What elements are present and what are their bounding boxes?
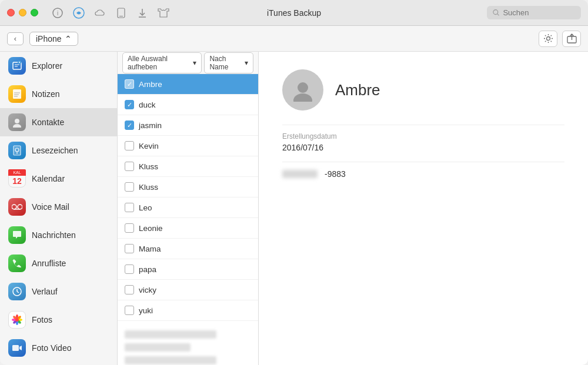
contact-header: Ambre: [282, 69, 564, 110]
svg-point-41: [298, 82, 308, 93]
select-all-chevron: ▾: [193, 59, 196, 67]
notizen-icon: [8, 85, 26, 103]
list-item-checkbox[interactable]: [125, 162, 134, 171]
export-button[interactable]: [562, 31, 581, 47]
list-item-name: vicky: [139, 286, 156, 294]
list-item[interactable]: Leonie: [118, 218, 258, 239]
select-all-button[interactable]: Alle Auswahl aufheben ▾: [122, 52, 202, 73]
list-item[interactable]: vicky: [118, 280, 258, 300]
list-toolbar: Alle Auswahl aufheben ▾ Nach Name ▾: [118, 52, 258, 74]
sidebar-item-verlauf[interactable]: Verlauf: [0, 277, 117, 306]
kalender-icon: KAL12: [8, 170, 26, 187]
close-button[interactable]: [7, 9, 15, 16]
list-item-checkbox[interactable]: [125, 264, 134, 274]
svg-line-29: [17, 292, 19, 293]
voicemail-label: Voice Mail: [32, 202, 69, 212]
voicemail-icon: [8, 198, 26, 216]
search-bar[interactable]: [487, 6, 581, 19]
maximize-button[interactable]: [31, 9, 38, 16]
blurred-contacts: [118, 321, 258, 365]
sidebar-item-fotovideo[interactable]: Foto Video: [0, 334, 117, 362]
search-icon: [493, 9, 499, 16]
list-item-checkbox[interactable]: [125, 120, 134, 130]
svg-point-20: [15, 119, 19, 123]
detail-panel: Ambre Erstellungsdatum 2016/07/16 -9883: [259, 52, 588, 365]
list-item[interactable]: Leo: [118, 197, 258, 218]
fotovideo-icon: [8, 339, 26, 357]
sidebar-item-fotos[interactable]: Fotos: [0, 306, 117, 334]
list-item[interactable]: duck: [118, 95, 258, 115]
list-item-checkbox[interactable]: [125, 285, 134, 294]
search-input[interactable]: [503, 8, 575, 17]
list-item[interactable]: Ambre: [118, 74, 258, 95]
titlebar-icon-phone[interactable]: [115, 6, 128, 19]
anrufliste-icon: [8, 255, 26, 272]
toolbar: ‹ iPhone ⌃: [0, 26, 588, 52]
traffic-lights: [7, 9, 38, 16]
sort-label: Nach Name: [209, 55, 242, 71]
list-item-checkbox[interactable]: [125, 79, 134, 89]
list-item-checkbox[interactable]: [125, 244, 134, 253]
list-item-checkbox[interactable]: [125, 100, 134, 109]
minimize-button[interactable]: [19, 9, 26, 16]
svg-marker-40: [19, 346, 22, 350]
list-item[interactable]: Kevin: [118, 136, 258, 156]
anrufliste-label: Anrufliste: [32, 259, 66, 268]
notizen-label: Notizen: [32, 89, 59, 99]
kontakte-label: Kontakte: [32, 118, 64, 127]
list-item-name: papa: [139, 265, 156, 274]
list-item-checkbox[interactable]: [125, 141, 134, 150]
list-item[interactable]: Kluss: [118, 156, 258, 177]
sidebar-item-lesezeichen[interactable]: Lesezeichen: [0, 136, 117, 165]
blur-row: [125, 356, 216, 364]
sidebar-item-nachrichten[interactable]: Nachrichten: [0, 221, 117, 249]
svg-rect-16: [13, 89, 21, 99]
contact-avatar: [282, 69, 323, 110]
list-item[interactable]: Mama: [118, 239, 258, 259]
lesezeichen-icon: [8, 142, 26, 159]
list-item-name: Leonie: [139, 224, 163, 233]
titlebar-icon-download[interactable]: [136, 6, 149, 19]
sidebar-item-kontakte[interactable]: Kontakte: [0, 108, 117, 136]
sort-chevron: ▾: [245, 59, 248, 67]
verlauf-icon: [8, 283, 26, 300]
settings-button[interactable]: [539, 31, 557, 47]
list-item-checkbox[interactable]: [125, 203, 134, 212]
back-button[interactable]: ‹: [7, 32, 24, 45]
list-item-name: Ambre: [139, 80, 162, 89]
window-title: iTunes Backup: [267, 8, 321, 18]
list-item[interactable]: jasmin: [118, 115, 258, 136]
list-item[interactable]: Kluss: [118, 177, 258, 197]
explorer-icon: [8, 57, 26, 75]
sort-button[interactable]: Nach Name ▾: [204, 52, 253, 73]
titlebar-icon-cloud[interactable]: [93, 6, 106, 19]
list-item-name: duck: [139, 101, 156, 109]
list-item-checkbox[interactable]: [125, 223, 134, 233]
export-icon: [567, 34, 577, 43]
sidebar-item-kalender[interactable]: KAL12Kalendar: [0, 165, 117, 193]
main-content: ExplorerNotizenKontakteLesezeichenKAL12K…: [0, 52, 588, 365]
sidebar-item-anrufliste[interactable]: Anrufliste: [0, 249, 117, 277]
explorer-label: Explorer: [32, 61, 62, 71]
list-item-name: Kluss: [139, 183, 158, 192]
list-item[interactable]: yuki: [118, 300, 258, 321]
contacts-list: AmbreduckjasminKevinKlussKlussLeoLeonieM…: [118, 74, 258, 365]
creation-date-value: 2016/07/16: [282, 143, 564, 152]
kontakte-icon: [8, 113, 26, 131]
toolbar-right: [539, 31, 581, 47]
list-item-name: Kluss: [139, 162, 158, 171]
list-item-checkbox[interactable]: [125, 306, 134, 315]
kalender-label: Kalendar: [32, 174, 65, 183]
sidebar-item-voicemail[interactable]: Voice Mail: [0, 193, 117, 221]
fotos-icon: [8, 311, 26, 329]
list-item[interactable]: papa: [118, 259, 258, 280]
sidebar-item-explorer[interactable]: Explorer: [0, 52, 117, 80]
titlebar-icon-sync[interactable]: [72, 6, 85, 19]
sidebar-item-notizen[interactable]: Notizen: [0, 80, 117, 108]
svg-point-21: [13, 124, 21, 128]
titlebar-icon-shirt[interactable]: [157, 6, 170, 19]
device-selector[interactable]: iPhone ⌃: [29, 32, 78, 46]
titlebar-icon-ios[interactable]: i: [51, 6, 64, 19]
list-item-checkbox[interactable]: [125, 182, 134, 192]
nachrichten-icon: [8, 226, 26, 244]
